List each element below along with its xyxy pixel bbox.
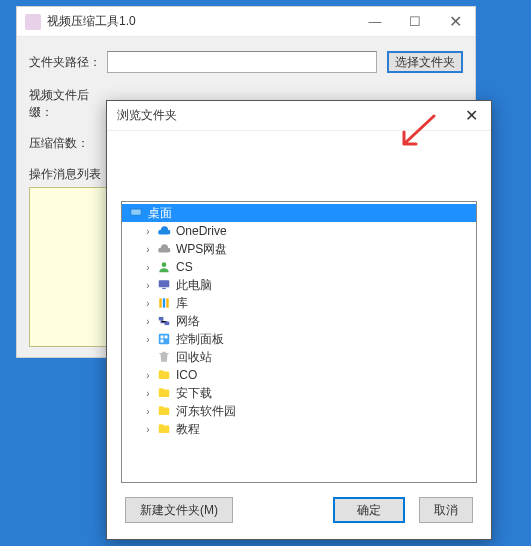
compress-ratio-label: 压缩倍数：: [29, 135, 107, 152]
dialog-close-button[interactable]: ✕: [451, 101, 491, 131]
svg-rect-6: [159, 298, 161, 307]
new-folder-button[interactable]: 新建文件夹(M): [125, 497, 233, 523]
folder-tree[interactable]: 桌面 ›OneDrive›WPS网盘›CS›此电脑›库›网络›控制面板回收站›I…: [121, 201, 477, 483]
browse-folder-dialog: 浏览文件夹 ✕ 桌面 ›OneDrive›WPS网盘›CS›此电脑›库›网络›控…: [106, 100, 492, 540]
lib-icon: [156, 296, 172, 310]
tree-item[interactable]: ›WPS网盘: [122, 240, 476, 258]
expander-icon[interactable]: ›: [142, 262, 154, 273]
tree-item[interactable]: ›CS: [122, 258, 476, 276]
maximize-button[interactable]: ☐: [395, 7, 435, 37]
desktop-icon: [128, 206, 144, 220]
tree-item-label: 回收站: [176, 349, 212, 366]
tree-item[interactable]: ›OneDrive: [122, 222, 476, 240]
expander-icon[interactable]: ›: [142, 298, 154, 309]
svg-rect-5: [162, 288, 166, 289]
tree-item-label: WPS网盘: [176, 241, 227, 258]
tree-item-label: ICO: [176, 368, 197, 382]
tree-item-desktop[interactable]: 桌面: [122, 204, 476, 222]
expander-icon[interactable]: ›: [142, 244, 154, 255]
bin-icon: [156, 350, 172, 364]
folder-icon: [156, 386, 172, 400]
svg-rect-12: [161, 336, 164, 339]
panel-icon: [156, 332, 172, 346]
svg-rect-4: [159, 280, 170, 287]
svg-rect-8: [166, 298, 168, 307]
cloud-icon: [156, 242, 172, 256]
svg-rect-14: [161, 340, 164, 343]
user-icon: [156, 260, 172, 274]
tree-item[interactable]: ›控制面板: [122, 330, 476, 348]
folder-icon: [156, 422, 172, 436]
tree-item[interactable]: ›ICO: [122, 366, 476, 384]
pc-icon: [156, 278, 172, 292]
close-button[interactable]: ✕: [435, 7, 475, 37]
app-icon: [25, 14, 41, 30]
video-suffix-label: 视频文件后缀：: [29, 87, 107, 121]
folder-icon: [156, 368, 172, 382]
tree-item-label: OneDrive: [176, 224, 227, 238]
tree-item-label: 河东软件园: [176, 403, 236, 420]
tree-item-label: 此电脑: [176, 277, 212, 294]
tree-item-label: 安下载: [176, 385, 212, 402]
tree-item[interactable]: ›网络: [122, 312, 476, 330]
expander-icon[interactable]: ›: [142, 316, 154, 327]
tree-item-label: CS: [176, 260, 193, 274]
expander-icon[interactable]: ›: [142, 406, 154, 417]
annotation-arrow-icon: [396, 114, 436, 154]
tree-item[interactable]: ›安下载: [122, 384, 476, 402]
tree-item[interactable]: ›河东软件园: [122, 402, 476, 420]
tree-item-label: 控制面板: [176, 331, 224, 348]
svg-rect-2: [134, 217, 138, 218]
svg-rect-11: [159, 334, 170, 345]
expander-icon[interactable]: ›: [142, 226, 154, 237]
svg-rect-1: [131, 210, 140, 215]
expander-icon[interactable]: ›: [142, 280, 154, 291]
expander-icon[interactable]: ›: [142, 424, 154, 435]
folder-path-input[interactable]: [107, 51, 377, 73]
tree-item[interactable]: ›库: [122, 294, 476, 312]
svg-point-3: [162, 262, 167, 267]
expander-icon[interactable]: ›: [142, 370, 154, 381]
expander-icon[interactable]: ›: [142, 334, 154, 345]
folder-path-label: 文件夹路径：: [29, 54, 107, 71]
cancel-button[interactable]: 取消: [419, 497, 473, 523]
svg-rect-13: [165, 336, 168, 339]
svg-rect-9: [159, 317, 164, 321]
net-icon: [156, 314, 172, 328]
svg-rect-7: [163, 298, 165, 307]
tree-item-label: 库: [176, 295, 188, 312]
minimize-button[interactable]: —: [355, 7, 395, 37]
ok-button[interactable]: 确定: [333, 497, 405, 523]
tree-item-label: 桌面: [148, 205, 172, 222]
tree-item[interactable]: ›此电脑: [122, 276, 476, 294]
browse-folder-button[interactable]: 选择文件夹: [387, 51, 463, 73]
cloud-icon: [156, 224, 172, 238]
main-titlebar: 视频压缩工具1.0 — ☐ ✕: [17, 7, 475, 37]
tree-item[interactable]: ›教程: [122, 420, 476, 438]
expander-icon[interactable]: ›: [142, 388, 154, 399]
window-title: 视频压缩工具1.0: [47, 13, 355, 30]
tree-item-label: 网络: [176, 313, 200, 330]
tree-item[interactable]: 回收站: [122, 348, 476, 366]
folder-icon: [156, 404, 172, 418]
tree-item-label: 教程: [176, 421, 200, 438]
